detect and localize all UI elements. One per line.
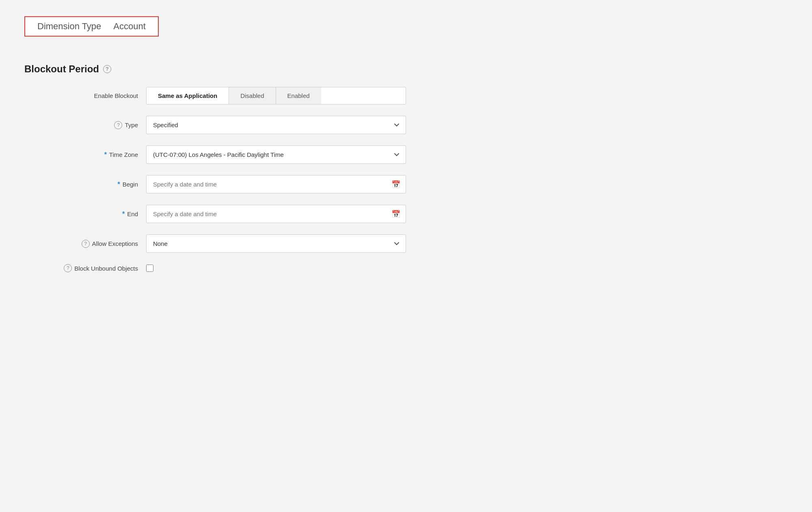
dimension-type-label: Dimension Type [37, 21, 101, 32]
dimension-type-value: Account [113, 21, 146, 32]
time-zone-control: (UTC-07:00) Los Angeles - Pacific Daylig… [146, 145, 406, 164]
time-zone-select[interactable]: (UTC-07:00) Los Angeles - Pacific Daylig… [146, 145, 406, 164]
enable-blockout-label: Enable Blockout [41, 92, 146, 99]
toggle-same-as-application[interactable]: Same as Application [147, 87, 229, 104]
section-title: Blockout Period ? [24, 63, 788, 75]
block-unbound-control [146, 265, 406, 272]
allow-exceptions-help-icon[interactable]: ? [82, 240, 90, 248]
begin-required-star: * [117, 181, 120, 188]
block-unbound-row: ? Block Unbound Objects [41, 264, 406, 272]
blockout-period-help-icon[interactable]: ? [103, 65, 111, 73]
end-required-star: * [122, 210, 125, 218]
begin-label: * Begin [41, 181, 146, 188]
allow-exceptions-select[interactable]: None [146, 234, 406, 253]
block-unbound-label: ? Block Unbound Objects [41, 264, 146, 272]
block-unbound-checkbox-container [146, 265, 406, 272]
dimension-type-box: Dimension Type Account [24, 16, 159, 37]
type-row: ? Type Specified [41, 116, 406, 134]
type-label: ? Type [41, 121, 146, 129]
block-unbound-checkbox[interactable] [146, 265, 153, 272]
enable-blockout-toggle-group: Same as Application Disabled Enabled [146, 87, 406, 104]
begin-control: 📅 [146, 175, 406, 193]
allow-exceptions-control: None [146, 234, 406, 253]
allow-exceptions-label: ? Allow Exceptions [41, 240, 146, 248]
end-calendar-icon[interactable]: 📅 [391, 210, 400, 219]
enable-blockout-row: Enable Blockout Same as Application Disa… [41, 87, 406, 104]
begin-row: * Begin 📅 [41, 175, 406, 193]
end-datetime-field: 📅 [146, 205, 406, 223]
blockout-period-form: Enable Blockout Same as Application Disa… [41, 87, 406, 272]
end-row: * End 📅 [41, 205, 406, 223]
begin-input[interactable] [146, 175, 406, 193]
type-control: Specified [146, 116, 406, 134]
end-input[interactable] [146, 205, 406, 223]
time-zone-label: * Time Zone [41, 151, 146, 158]
dimension-type-container: Dimension Type Account [24, 16, 788, 49]
begin-calendar-icon[interactable]: 📅 [391, 180, 400, 189]
toggle-disabled[interactable]: Disabled [229, 87, 276, 104]
begin-datetime-field: 📅 [146, 175, 406, 193]
section-title-text: Blockout Period [24, 63, 99, 75]
time-zone-required-star: * [104, 151, 107, 158]
allow-exceptions-row: ? Allow Exceptions None [41, 234, 406, 253]
block-unbound-help-icon[interactable]: ? [64, 264, 72, 272]
end-label: * End [41, 210, 146, 218]
time-zone-row: * Time Zone (UTC-07:00) Los Angeles - Pa… [41, 145, 406, 164]
enable-blockout-control: Same as Application Disabled Enabled [146, 87, 406, 104]
type-help-icon[interactable]: ? [114, 121, 122, 129]
toggle-enabled[interactable]: Enabled [276, 87, 321, 104]
end-control: 📅 [146, 205, 406, 223]
type-select[interactable]: Specified [146, 116, 406, 134]
